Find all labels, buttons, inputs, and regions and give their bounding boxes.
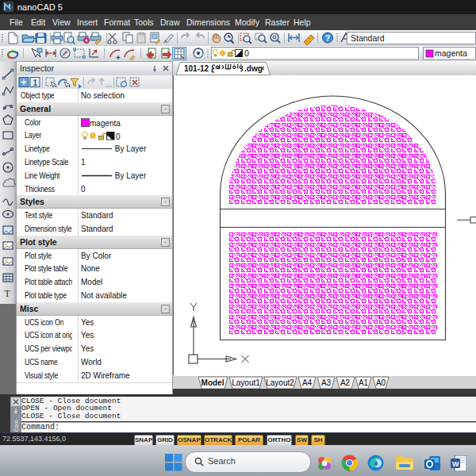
svg-text:A2: A2 [340,378,351,387]
svg-text:Layout2: Layout2 [266,378,294,387]
svg-text:?: ? [325,34,330,43]
svg-text:A0: A0 [376,378,386,387]
svg-text:Layout1: Layout1 [232,378,260,387]
svg-text:Com: Com [13,420,19,432]
svg-text:A4: A4 [302,378,313,387]
svg-text:101-12: 101-12 [184,64,209,73]
svg-text:magenta: magenta [435,48,467,58]
svg-text:Model: Model [202,378,225,387]
svg-text:T: T [5,288,11,299]
svg-text:1: 1 [33,79,38,87]
svg-text:A3: A3 [321,378,332,387]
svg-text:A1: A1 [359,378,369,387]
svg-text:.dwg: .dwg [244,64,263,73]
svg-text:W: W [452,460,459,468]
svg-text:Standard: Standard [351,33,385,43]
svg-text:0: 0 [244,48,249,58]
